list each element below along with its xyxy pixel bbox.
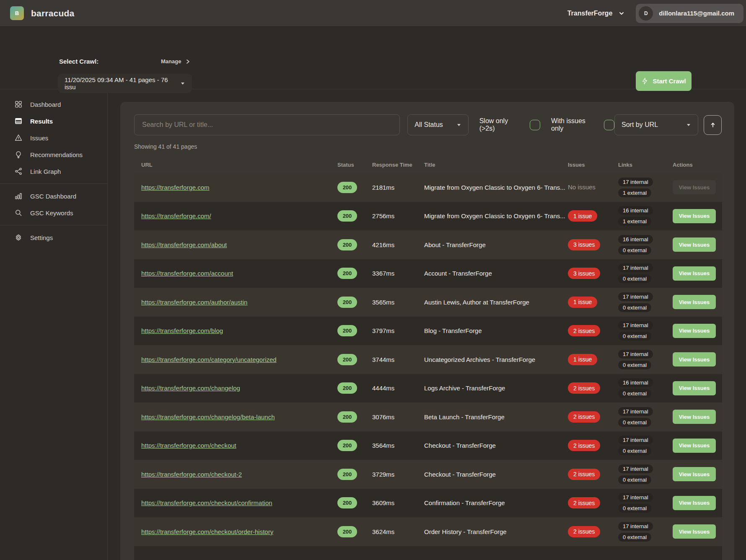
- table-row: https://transferforge.com 200 2181ms Mig…: [134, 173, 722, 202]
- logo-letter: B: [15, 10, 19, 16]
- caret-down-icon: [456, 123, 461, 126]
- status-badge: 200: [337, 297, 357, 308]
- view-issues-button[interactable]: View Issues: [673, 237, 716, 252]
- view-issues-button[interactable]: View Issues: [673, 410, 716, 424]
- view-issues-button[interactable]: View Issues: [673, 266, 716, 281]
- with-issues-checkbox[interactable]: [604, 120, 614, 130]
- status-badge: 200: [337, 497, 357, 508]
- project-switcher[interactable]: TransferForge: [567, 10, 625, 17]
- page-title: Account - TransferForge: [424, 270, 568, 277]
- results-card: All Status Slow only (>2s) With issues o…: [120, 102, 734, 560]
- top-header: B barracuda TransferForge D dillonlara11…: [0, 0, 746, 27]
- issues-badge: 2 issues: [568, 325, 600, 336]
- external-links-badge: 0 external: [618, 332, 651, 341]
- external-links-badge: 1 external: [618, 188, 651, 197]
- url-link[interactable]: https://transferforge.com/checkout-2: [134, 471, 337, 478]
- issues-badge: 2 issues: [568, 469, 600, 480]
- internal-links-badge: 17 internal: [618, 178, 653, 186]
- status-badge: 200: [337, 354, 357, 365]
- start-crawl-button[interactable]: Start Crawl: [636, 71, 692, 91]
- sidebar-item-gsc-keywords[interactable]: GSC Keywords: [0, 204, 107, 221]
- view-issues-button[interactable]: View Issues: [673, 209, 716, 223]
- external-links-badge: 0 external: [618, 246, 651, 255]
- app-logo: B: [10, 6, 24, 20]
- url-link[interactable]: https://transferforge.com/: [134, 212, 337, 219]
- bar-chart-icon: [14, 192, 23, 200]
- url-link[interactable]: https://transferforge.com/category/uncat…: [134, 356, 337, 363]
- search-input[interactable]: [134, 114, 400, 135]
- issues-badge: 3 issues: [568, 239, 600, 250]
- view-issues-button[interactable]: View Issues: [673, 524, 716, 539]
- url-link[interactable]: https://transferforge.com/checkout/order…: [134, 528, 337, 535]
- filter-bar: All Status Slow only (>2s) With issues o…: [120, 102, 734, 135]
- issues-badge: No issues: [568, 183, 596, 191]
- links-cell: 17 internal 0 external: [618, 493, 673, 513]
- table-row: https://transferforge.com/checkout-2 200…: [134, 460, 722, 489]
- links-cell: 17 internal 0 external: [618, 522, 673, 542]
- url-link[interactable]: https://transferforge.com/blog: [134, 327, 337, 334]
- response-time: 3565ms: [372, 299, 424, 306]
- links-cell: 16 internal 1 external: [618, 206, 673, 226]
- slow-only-checkbox[interactable]: [530, 120, 540, 130]
- view-issues-button[interactable]: View Issues: [673, 496, 716, 510]
- results-summary: Showing 41 of 41 pages: [134, 143, 734, 150]
- view-issues-button[interactable]: View Issues: [673, 324, 716, 338]
- sort-direction-button[interactable]: [704, 115, 722, 135]
- sidebar-item-dashboard[interactable]: Dashboard: [0, 96, 107, 113]
- table-row: https://transferforge.com/changelog 200 …: [134, 374, 722, 403]
- url-link[interactable]: https://transferforge.com/checkout: [134, 442, 337, 449]
- dashboard-icon: [14, 100, 23, 108]
- url-link[interactable]: https://transferforge.com/account: [134, 270, 337, 277]
- sidebar-item-recommendations[interactable]: Recommendations: [0, 146, 107, 163]
- url-link[interactable]: https://transferforge.com/about: [134, 241, 337, 248]
- account-menu[interactable]: D dillonlara115@gmail.com: [636, 4, 743, 23]
- table-icon: [14, 117, 23, 125]
- avatar: D: [639, 6, 653, 21]
- url-link[interactable]: https://transferforge.com/checkout/confi…: [134, 499, 337, 506]
- sidebar-divider: [0, 225, 107, 225]
- status-badge: 200: [337, 182, 357, 193]
- sidebar-item-settings[interactable]: Settings: [0, 229, 107, 246]
- sidebar-item-results[interactable]: Results: [0, 113, 107, 129]
- chevron-down-icon: [618, 10, 625, 17]
- sidebar-item-issues[interactable]: Issues: [0, 129, 107, 146]
- view-issues-button[interactable]: View Issues: [673, 295, 716, 309]
- internal-links-badge: 17 internal: [618, 292, 653, 301]
- manage-crawls-link[interactable]: Manage: [161, 58, 190, 65]
- status-filter-dropdown[interactable]: All Status: [407, 114, 468, 135]
- table-row: https://transferforge.com/changelog/beta…: [134, 403, 722, 431]
- col-header-url: URL: [134, 162, 337, 168]
- links-cell: 17 internal 0 external: [618, 263, 673, 283]
- view-issues-button[interactable]: View Issues: [673, 352, 716, 366]
- view-issues-button[interactable]: View Issues: [673, 467, 716, 481]
- table-row: https://transferforge.com/checkout/order…: [134, 517, 722, 546]
- url-link[interactable]: https://transferforge.com/author/austin: [134, 299, 337, 306]
- sort-dropdown[interactable]: Sort by URL: [614, 114, 698, 135]
- url-link[interactable]: https://transferforge.com/changelog: [134, 385, 337, 392]
- issues-badge: 1 issue: [568, 210, 597, 222]
- links-cell: 17 internal 0 external: [618, 321, 673, 341]
- col-header-response-time: Response Time: [372, 162, 424, 168]
- response-time: 3624ms: [372, 528, 424, 535]
- url-link[interactable]: https://transferforge.com/changelog/beta…: [134, 413, 337, 421]
- crawl-select-value: 11/20/2025 09:34 AM - 41 pages - 76 issu: [65, 76, 180, 90]
- url-link[interactable]: https://transferforge.com: [134, 184, 337, 191]
- caret-down-icon: [180, 82, 185, 85]
- external-links-badge: 0 external: [618, 504, 651, 513]
- view-issues-button[interactable]: View Issues: [673, 381, 716, 395]
- sidebar-item-link-graph[interactable]: Link Graph: [0, 163, 107, 180]
- sidebar: Dashboard Results Issues: [0, 89, 108, 560]
- view-issues-button[interactable]: View Issues: [673, 439, 716, 453]
- page-title: Logs Archive - TransferForge: [424, 385, 568, 392]
- lightning-icon: [641, 77, 648, 85]
- table-row-partial: [134, 546, 722, 560]
- internal-links-badge: 17 internal: [618, 522, 653, 531]
- sidebar-item-gsc-dashboard[interactable]: GSC Dashboard: [0, 188, 107, 204]
- page-title: Confirmation - TransferForge: [424, 499, 568, 506]
- issues-badge: 1 issue: [568, 354, 597, 365]
- page-title: Order History - TransferForge: [424, 528, 568, 535]
- lightbulb-icon: [14, 150, 23, 159]
- internal-links-badge: 17 internal: [618, 263, 653, 272]
- links-cell: 17 internal 0 external: [618, 407, 673, 427]
- table-header-row: URL Status Response Time Title Issues Li…: [134, 150, 722, 173]
